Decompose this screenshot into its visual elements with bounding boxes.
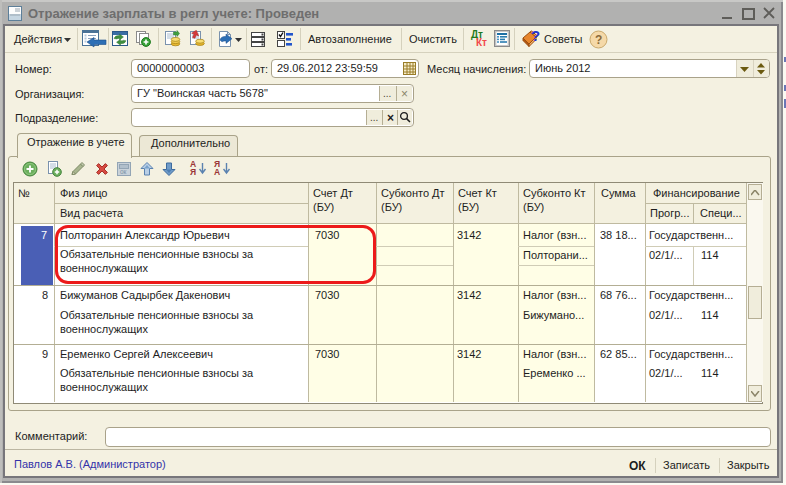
svg-text:ок: ок — [120, 168, 127, 175]
svg-text:?: ? — [531, 28, 540, 44]
svg-text:?: ? — [595, 33, 602, 47]
